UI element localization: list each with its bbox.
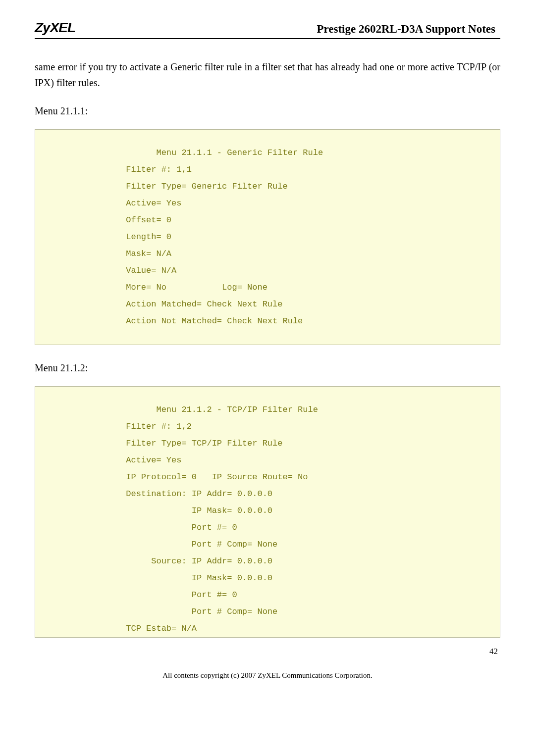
footer-copyright: All contents copyright (c) 2007 ZyXEL Co… xyxy=(35,671,500,680)
intro-paragraph: same error if you try to activate a Gene… xyxy=(35,59,500,91)
code-block-generic-filter: Menu 21.1.1 - Generic Filter Rule Filter… xyxy=(35,129,500,345)
page-container: ZyXEL Prestige 2602RL-D3A Support Notes … xyxy=(0,0,535,695)
page-header: ZyXEL Prestige 2602RL-D3A Support Notes xyxy=(35,20,500,39)
menu-label-2: Menu 21.1.2: xyxy=(35,362,500,374)
document-title: Prestige 2602RL-D3A Support Notes xyxy=(317,23,500,36)
logo-block: ZyXEL xyxy=(35,20,75,36)
page-number: 42 xyxy=(35,647,500,656)
menu-label-1: Menu 21.1.1: xyxy=(35,105,500,117)
logo-text: ZyXEL xyxy=(35,20,75,36)
code-block-tcpip-filter: Menu 21.1.2 - TCP/IP Filter Rule Filter … xyxy=(35,386,500,638)
